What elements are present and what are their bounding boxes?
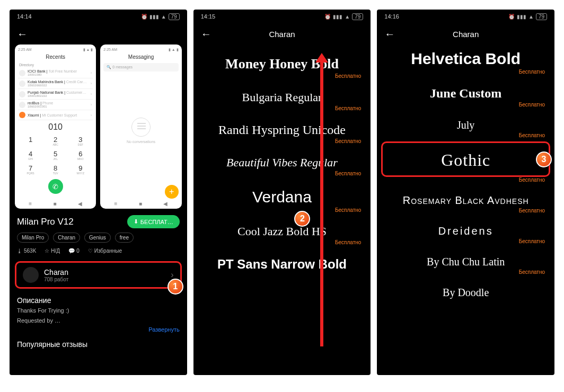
font-item[interactable]: By Chu Chu Latin <box>384 244 547 269</box>
status-bar: 14:15 ⏰ ▮▮▮ ▲ 79 <box>193 10 371 23</box>
empty-text: No conversations <box>127 140 155 144</box>
back-button[interactable]: ← <box>384 28 395 40</box>
theme-tag[interactable]: Charan <box>53 233 80 243</box>
status-bar: 14:14 ⏰ ▮▮▮ ▲ 79 <box>10 10 187 23</box>
page-title: Charan <box>377 30 554 39</box>
price-tag: Бесплатно <box>201 73 364 79</box>
wifi-icon: ▲ <box>345 14 350 20</box>
step-badge-1: 1 <box>168 279 183 295</box>
price-tag: Бесплатно <box>201 207 364 213</box>
author-row[interactable]: Charan 708 работ › 1 <box>15 261 182 289</box>
signal-icon: ▮▮▮ <box>517 14 526 20</box>
font-list[interactable]: Rosemary Black Avdhesh Бесплатно Dreiden… <box>377 183 554 300</box>
stat-rating: ☆ Н/Д <box>45 248 60 254</box>
font-item[interactable]: Rosemary Black Avdhesh <box>384 183 547 208</box>
price-tag: Бесплатно <box>384 208 547 213</box>
preview-dialer[interactable]: 2:25 AM ▮ ▲ ▮ Recents Directory ICICI Ba… <box>15 44 96 209</box>
price-tag: Бесплатно <box>377 177 554 183</box>
theme-tag[interactable]: free <box>115 233 134 243</box>
font-list[interactable]: Helvetica Bold Бесплатно June Custom Бес… <box>377 44 554 138</box>
status-icons: ⏰ ▮▮▮ ▲ 79 <box>508 13 547 20</box>
font-item[interactable]: July <box>384 108 547 132</box>
stat-comments: 💬 0 <box>68 248 80 254</box>
alarm-icon: ⏰ <box>141 14 147 20</box>
font-item[interactable]: PT Sans Narrow Bold <box>201 245 364 273</box>
top-bar: ← Charan <box>377 23 554 44</box>
price-tag: Бесплатно <box>201 138 364 144</box>
theme-tag[interactable]: Genius <box>84 233 111 243</box>
download-button[interactable]: ⬇ БЕСПЛАТ… <box>127 215 180 228</box>
preview-title: Recents <box>18 54 93 60</box>
font-item[interactable]: June Custom <box>384 75 547 102</box>
top-bar: ← Charan <box>193 23 371 44</box>
price-tag: Бесплатно <box>384 102 547 108</box>
reviews-header: Популярные отзывы <box>10 337 187 350</box>
dialer-keypad: 1 2ABC 3DEF 4GHI 5JKL 6MNO 7PQRS 8TUV 9W… <box>18 134 93 177</box>
expand-link[interactable]: Развернуть <box>10 326 187 337</box>
compose-fab: + <box>165 185 179 199</box>
alarm-icon: ⏰ <box>324 14 331 20</box>
font-item[interactable]: By Doodle <box>384 275 547 300</box>
signal-icon: ▮▮▮ <box>149 14 159 20</box>
message-search: 🔍 0 messages <box>103 63 178 72</box>
price-tag: Бесплатно <box>201 239 364 245</box>
page-title: Charan <box>193 30 371 39</box>
signal-icon: ▮▮▮ <box>333 14 342 20</box>
battery-indicator: 79 <box>536 13 547 20</box>
font-item[interactable]: Randi Hyspring Unicode <box>201 111 364 138</box>
directory-header: Directory <box>19 63 93 67</box>
call-button: ✆ <box>48 179 63 194</box>
price-tag: Бесплатно <box>201 171 364 176</box>
back-button[interactable]: ← <box>17 28 28 40</box>
stat-favorites[interactable]: ♡ Избранные <box>88 248 122 254</box>
font-item[interactable]: Verdana <box>201 176 364 207</box>
description-header: Описание <box>10 293 187 306</box>
stat-downloads: ⭳ 563K <box>17 248 36 254</box>
download-label: БЕСПЛАТ… <box>140 219 173 225</box>
android-navbar: ≡■◀ <box>18 199 93 207</box>
font-item[interactable]: Beautiful Vibes Regular <box>201 144 364 171</box>
contact-row: Kotak Mahindra Bank | Credit Car…1860266… <box>18 78 93 89</box>
back-button[interactable]: ← <box>201 28 212 40</box>
preview-status-icons: ▮ ▲ ▮ <box>83 48 93 52</box>
dialed-number: 010 <box>18 122 93 132</box>
wifi-icon: ▲ <box>161 14 166 20</box>
preview-time: 2:25 AM <box>18 48 32 52</box>
font-item[interactable]: Dreidens <box>384 213 547 238</box>
description-line: Thanks For Trying :) <box>10 306 187 316</box>
font-list[interactable]: Money Honey Bold Бесплатно Bulgaria Regu… <box>193 44 371 273</box>
phone-screen-1: 14:14 ⏰ ▮▮▮ ▲ 79 ← 2:25 AM ▮ ▲ ▮ Recents… <box>10 10 187 375</box>
top-bar: ← <box>10 23 187 44</box>
contact-row: Punjab National Bank | Customer…18001802… <box>18 89 93 100</box>
font-item[interactable]: Bulgaria Regular <box>201 79 364 105</box>
theme-tag[interactable]: Milan Pro <box>17 233 49 243</box>
empty-icon <box>131 118 151 137</box>
step-badge-3: 3 <box>536 152 552 167</box>
price-tag: Бесплатно <box>384 69 547 75</box>
alarm-icon: ⏰ <box>508 14 515 20</box>
price-tag: Бесплатно <box>384 238 547 244</box>
wifi-icon: ▲ <box>528 14 534 20</box>
status-time: 14:16 <box>384 13 399 20</box>
font-item[interactable]: Money Honey Bold <box>201 44 364 73</box>
selected-font-highlight[interactable]: Gothic 3 <box>381 141 550 177</box>
preview-title: Messaging <box>103 54 178 60</box>
author-avatar <box>23 267 39 283</box>
contact-row: Xiaomi | Mi Customer Support› <box>18 110 93 120</box>
phone-screen-2: 14:15 ⏰ ▮▮▮ ▲ 79 ← Charan 2 Money Honey … <box>193 10 371 375</box>
font-item[interactable]: Cool Jazz Bold HS <box>201 213 364 239</box>
preview-status-icons: ▮ ▲ ▮ <box>169 48 179 52</box>
status-bar: 14:16 ⏰ ▮▮▮ ▲ 79 <box>377 10 554 23</box>
theme-header: Milan Pro V12 ⬇ БЕСПЛАТ… <box>10 209 187 233</box>
status-time: 14:15 <box>201 13 216 20</box>
font-item[interactable]: Helvetica Bold <box>384 44 547 69</box>
font-item-gothic[interactable]: Gothic <box>383 143 549 175</box>
contact-list: ICICI Bank | Toll Free Number18001080› K… <box>18 68 93 120</box>
scroll-up-arrow <box>320 60 323 346</box>
preview-time: 2:25 AM <box>103 48 117 52</box>
preview-messaging[interactable]: 2:25 AM ▮ ▲ ▮ Messaging 🔍 0 messages No … <box>100 44 181 209</box>
tag-row: Milan Pro Charan Genius free <box>10 233 187 247</box>
status-icons: ⏰ ▮▮▮ ▲ 79 <box>324 13 363 20</box>
battery-indicator: 79 <box>169 13 180 20</box>
description-line: Requested by … <box>10 316 187 326</box>
